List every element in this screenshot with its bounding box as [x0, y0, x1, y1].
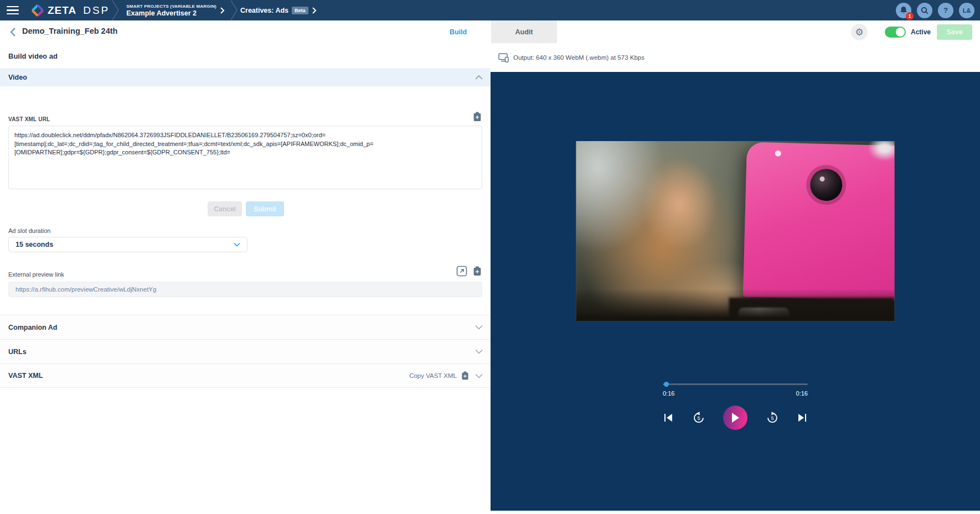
- play-button[interactable]: [723, 406, 747, 430]
- breadcrumb-creatives-ads[interactable]: Creatives: Ads Beta: [240, 7, 308, 14]
- forward-5-icon: 5: [766, 412, 778, 424]
- device-output-icon: [498, 53, 509, 63]
- total-time: 0:16: [796, 390, 808, 397]
- question-mark-icon: ?: [943, 6, 948, 14]
- playback-buttons-row: 5 5: [663, 406, 808, 430]
- build-audit-tabs: Build Audit: [425, 20, 557, 43]
- chevron-right-icon[interactable]: [312, 7, 317, 14]
- rewind-seconds-label: 5: [697, 416, 700, 421]
- build-panel: Build video ad Video VAST XML URL https:…: [0, 43, 491, 514]
- vast-xml-label: VAST XML: [8, 372, 43, 380]
- logo-zeta-text: ZETA: [48, 4, 76, 17]
- skip-end-icon: [797, 412, 808, 423]
- chevron-left-icon: [10, 27, 16, 37]
- current-time: 0:16: [663, 390, 674, 397]
- preview-panel: Output: 640 x 360 WebM (.webm) at 573 Kb…: [491, 43, 980, 514]
- chevron-up-icon: [475, 75, 483, 80]
- chevron-down-icon: [475, 325, 483, 330]
- zeta-dsp-logo[interactable]: ZETA DSP: [31, 4, 110, 17]
- video-frame: [576, 141, 895, 321]
- save-button[interactable]: Save: [937, 24, 972, 40]
- chevron-down-icon: [234, 242, 240, 247]
- urls-label: URLs: [8, 348, 27, 356]
- vast-xml-url-input[interactable]: https://ad.doubleclick.net/ddm/pfadx/N86…: [8, 126, 482, 189]
- timeline-scrubber[interactable]: [663, 382, 808, 387]
- collapsed-sections: Companion Ad URLs VAST XML Copy VAST XML: [0, 315, 491, 388]
- logo-dsp-text: DSP: [83, 4, 110, 17]
- submit-button[interactable]: Submit: [246, 201, 284, 216]
- active-toggle[interactable]: [885, 27, 906, 38]
- vast-url-label: VAST XML URL: [8, 116, 50, 122]
- video-bottom-shadow: [576, 289, 895, 321]
- clipboard-plus-icon: [461, 371, 470, 381]
- copy-vast-xml-button[interactable]: Copy VAST XML: [409, 371, 470, 381]
- skip-to-end-button[interactable]: [797, 412, 808, 423]
- copy-vast-xml-label: Copy VAST XML: [409, 372, 457, 379]
- video-preview-area: 0:16 0:16 5: [491, 72, 980, 511]
- back-button[interactable]: [7, 26, 19, 38]
- breadcrumb-section-label: Creatives: Ads: [240, 7, 288, 14]
- output-info-row: Output: 640 x 360 WebM (.webm) at 573 Kb…: [491, 43, 980, 72]
- search-button[interactable]: [917, 3, 932, 18]
- video-section-label: Video: [8, 74, 27, 81]
- help-button[interactable]: ?: [938, 3, 953, 18]
- skip-start-icon: [663, 412, 674, 423]
- forward-5-button[interactable]: 5: [766, 412, 778, 424]
- chevron-down-icon: [475, 349, 483, 354]
- ad-slot-duration-select[interactable]: 15 seconds: [8, 237, 247, 252]
- tab-build[interactable]: Build: [425, 20, 491, 43]
- vast-url-label-row: VAST XML URL: [8, 111, 482, 122]
- page-subheader: Demo_Training_Feb 24th Build Audit ⚙ Act…: [0, 20, 980, 43]
- external-preview-link-input[interactable]: [8, 282, 482, 297]
- external-preview-label: External preview link: [8, 271, 64, 278]
- notification-count-badge: 1: [906, 12, 914, 20]
- search-icon: [921, 7, 929, 14]
- avatar-initials: L&: [963, 7, 971, 14]
- vast-xml-section-header[interactable]: VAST XML Copy VAST XML: [0, 364, 491, 388]
- timeline-handle[interactable]: [664, 382, 669, 387]
- play-icon: [730, 412, 740, 423]
- breadcrumb-advertiser[interactable]: SMART PROJECTS (VARIABLE MARGIN) Example…: [126, 4, 216, 17]
- chevron-right-icon[interactable]: [220, 7, 225, 14]
- companion-ad-section-header[interactable]: Companion Ad: [0, 315, 491, 339]
- phone-camera-lens: [809, 168, 842, 201]
- clipboard-plus-icon: [472, 111, 482, 122]
- video-highlight: [868, 141, 895, 161]
- active-toggle-label: Active: [911, 28, 931, 36]
- companion-ad-label: Companion Ad: [8, 324, 57, 331]
- hamburger-menu-icon[interactable]: [7, 0, 25, 20]
- urls-section-header[interactable]: URLs: [0, 339, 491, 364]
- copy-preview-link-button[interactable]: [472, 266, 482, 277]
- video-section-header[interactable]: Video: [0, 68, 491, 86]
- active-toggle-group: Active: [885, 27, 931, 38]
- settings-button[interactable]: ⚙: [851, 24, 868, 40]
- forward-seconds-label: 5: [771, 416, 773, 421]
- rewind-5-button[interactable]: 5: [693, 412, 705, 424]
- tab-audit[interactable]: Audit: [491, 20, 557, 43]
- skip-to-start-button[interactable]: [663, 412, 674, 423]
- ad-slot-duration-label: Ad slot duration: [8, 227, 482, 234]
- clipboard-plus-icon: [472, 266, 482, 277]
- breadcrumb-separator-icon: [230, 0, 238, 20]
- user-avatar[interactable]: L&: [959, 3, 974, 18]
- time-display-row: 0:16 0:16: [663, 390, 808, 397]
- breadcrumb-project-label: SMART PROJECTS (VARIABLE MARGIN): [126, 4, 216, 9]
- notifications-button[interactable]: 1: [896, 3, 911, 18]
- ad-slot-duration-value: 15 seconds: [16, 241, 53, 248]
- top-navbar: ZETA DSP SMART PROJECTS (VARIABLE MARGIN…: [0, 0, 980, 20]
- timeline-track: [663, 383, 808, 385]
- breadcrumb-advertiser-name: Example Advertiser 2: [126, 9, 216, 17]
- output-info-text: Output: 640 x 360 WebM (.webm) at 573 Kb…: [513, 54, 644, 61]
- form-buttons-row: Cancel Submit: [8, 201, 482, 216]
- copy-vast-url-button[interactable]: [472, 111, 482, 122]
- toggle-knob: [896, 28, 905, 37]
- breadcrumb-separator-icon: [112, 0, 120, 20]
- navbar-actions: 1 ? L&: [896, 3, 974, 18]
- video-pink-phone: [743, 142, 895, 300]
- cancel-button[interactable]: Cancel: [208, 201, 242, 216]
- open-external-preview-button[interactable]: [456, 266, 467, 277]
- video-player-controls: 0:16 0:16 5: [663, 382, 808, 430]
- gear-icon: ⚙: [855, 27, 863, 38]
- zeta-diamond-icon: [31, 4, 44, 17]
- external-link-icon: [456, 266, 467, 277]
